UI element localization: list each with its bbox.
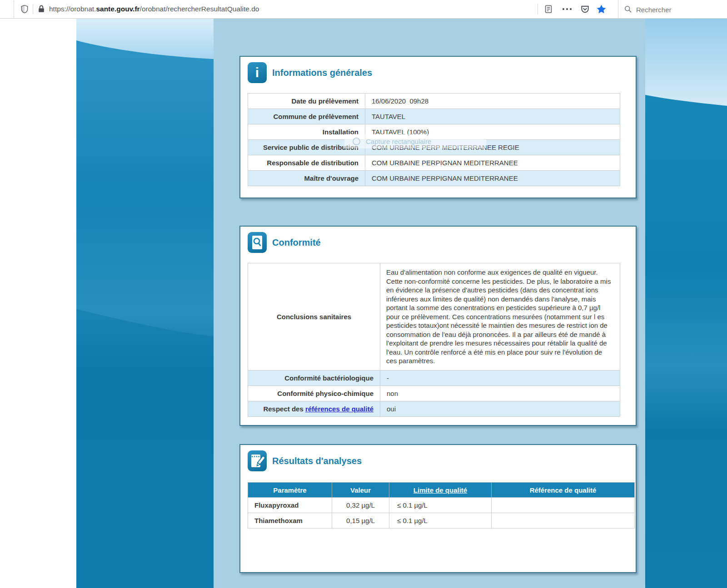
toolbar-divider [538, 4, 538, 15]
tracking-shield-icon[interactable] [20, 4, 30, 14]
row-label: Date du prélèvement [248, 94, 365, 109]
reader-view-icon[interactable] [543, 4, 554, 15]
limite-de-qualite-link[interactable]: Limite de qualité [413, 486, 467, 494]
browser-toolbar: https://orobnat.sante.gouv.fr/orobnat/re… [0, 0, 727, 19]
row-value: - [380, 370, 620, 385]
param-reference [492, 513, 635, 529]
section-header: Résultats d'analyses [248, 450, 636, 471]
row-label: Maître d'ouvrage [248, 171, 365, 186]
respect-label-prefix: Respect des [263, 405, 305, 413]
url-scheme: https://orobnat. [49, 5, 96, 13]
capture-label: Capture rectangulaire [366, 138, 431, 145]
row-value: COM URBAINE PERPIGNAN MEDITERRANEE [365, 155, 620, 171]
param-reference [492, 498, 635, 513]
table-row: Responsable de distribution COM URBAINE … [248, 155, 620, 171]
table-row: Date du prélèvement 16/06/2020 09h28 [248, 94, 620, 109]
row-value: 16/06/2020 09h28 [365, 94, 620, 109]
urlbar-divider [14, 0, 14, 18]
identity-divider [33, 4, 33, 14]
section-title: Conformité [272, 237, 321, 248]
more-tools-icon[interactable] [561, 4, 573, 15]
table-row: Conformité bactériologique - [248, 370, 620, 385]
header-valeur: Valeur [332, 483, 389, 498]
references-qualite-link[interactable]: références de qualité [305, 405, 373, 413]
table-row: Conclusions sanitaires Eau d'alimentatio… [248, 263, 620, 371]
document-magnifier-icon [248, 232, 267, 253]
search-icon [623, 4, 633, 14]
search-input[interactable] [635, 2, 723, 17]
info-icon: i [248, 62, 267, 83]
result-row: Fluxapyroxad 0,32 µg/L ≤ 0.1 µg/L [248, 498, 635, 513]
conclusions-text: Eau d'alimentation non conforme aux exig… [380, 263, 620, 371]
section-header: i Informations générales [248, 62, 636, 83]
lock-icon[interactable] [36, 4, 46, 14]
row-label: Respect des références de qualité [248, 401, 380, 416]
param-value: 0,15 µg/L [332, 513, 389, 529]
capture-icon [353, 138, 360, 145]
page-body: Capture rectangulaire i Informations gén… [0, 19, 727, 588]
card-informations-generales: i Informations générales Date du prélève… [239, 56, 637, 198]
row-label: Commune de prélèvement [248, 109, 365, 124]
section-title: Informations générales [272, 68, 372, 78]
param-limit: ≤ 0.1 µg/L [389, 498, 492, 513]
table-row: Respect des références de qualité oui [248, 401, 620, 416]
row-value: COM URBAINE PERPIGNAN MEDITERRANEE [365, 171, 620, 186]
right-wave-banner [645, 19, 727, 588]
row-label: Responsable de distribution [248, 155, 365, 171]
param-limit: ≤ 0.1 µg/L [389, 513, 492, 529]
notepad-pencil-icon [248, 450, 267, 471]
header-reference: Référence de qualité [492, 483, 635, 498]
row-value: TAUTAVEL [365, 109, 620, 124]
url-path: /orobnat/rechercherResultatQualite.do [140, 5, 259, 13]
row-label: Conclusions sanitaires [248, 263, 380, 371]
bookmark-star-icon[interactable] [595, 4, 607, 15]
table-row: Commune de prélèvement TAUTAVEL [248, 109, 620, 124]
results-table: Paramètre Valeur Limite de qualité Référ… [248, 482, 635, 529]
param-name: Fluxapyroxad [248, 498, 332, 513]
conformity-table: Conclusions sanitaires Eau d'alimentatio… [248, 263, 620, 417]
url-bar[interactable]: https://orobnat.sante.gouv.fr/orobnat/re… [49, 0, 259, 18]
row-label: Conformité bactériologique [248, 370, 380, 385]
result-row: Thiamethoxam 0,15 µg/L ≤ 0.1 µg/L [248, 513, 635, 529]
row-value: oui [380, 401, 620, 416]
left-wave-banner [76, 19, 214, 588]
results-header-row: Paramètre Valeur Limite de qualité Référ… [248, 483, 635, 498]
table-row: Maître d'ouvrage COM URBAINE PERPIGNAN M… [248, 171, 620, 186]
card-conformite: Conformité Conclusions sanitaires Eau d'… [239, 226, 637, 426]
param-value: 0,32 µg/L [332, 498, 389, 513]
searchbar-divider [618, 0, 618, 18]
row-value: non [380, 385, 620, 401]
param-name: Thiamethoxam [248, 513, 332, 529]
card-resultats-analyses: Résultats d'analyses Paramètre Valeur Li… [239, 444, 637, 573]
section-title: Résultats d'analyses [272, 456, 362, 466]
table-row: Conformité physico-chimique non [248, 385, 620, 401]
row-label: Conformité physico-chimique [248, 385, 380, 401]
section-header: Conformité [248, 232, 636, 253]
header-limite-link[interactable]: Limite de qualité [389, 483, 492, 498]
capture-tool-ghost: Capture rectangulaire [344, 134, 486, 148]
pocket-icon[interactable] [579, 4, 591, 15]
url-domain: sante.gouv.fr [96, 5, 139, 13]
header-parametre: Paramètre [248, 483, 332, 498]
